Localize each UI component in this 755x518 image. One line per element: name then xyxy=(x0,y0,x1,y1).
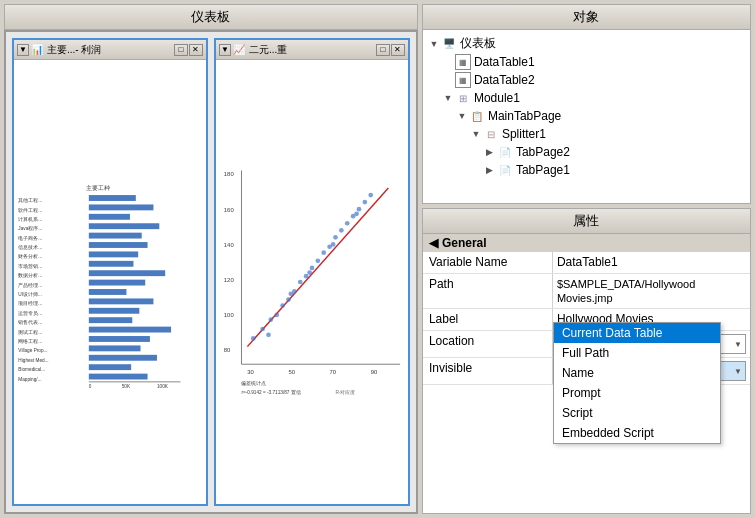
tree-label-datatable2: DataTable2 xyxy=(474,73,535,87)
svg-rect-27 xyxy=(89,251,138,257)
tabpage2-icon: 📄 xyxy=(497,144,513,160)
svg-rect-23 xyxy=(89,214,130,220)
svg-point-82 xyxy=(354,212,359,217)
chart-window-1[interactable]: ▼ 📊 主要...- 利润 □ ✕ 主要工种 其他工程... 软件工程... 计… xyxy=(12,38,208,506)
tree-arrow-maintabpage[interactable]: ▼ xyxy=(455,111,469,121)
tree-item-tabpage2[interactable]: ▶ 📄 TabPage2 xyxy=(427,143,746,161)
variable-name-input[interactable] xyxy=(557,255,746,269)
prop-value-path: $SAMPLE_DATA/Hollywood Movies.jmp xyxy=(553,274,750,308)
table1-icon: ▦ xyxy=(455,54,471,70)
dropdown-item-embedded-script[interactable]: Embedded Script xyxy=(554,423,720,443)
chart-menu-btn-1[interactable]: ▼ xyxy=(17,44,29,56)
svg-rect-33 xyxy=(89,308,140,314)
svg-text:160: 160 xyxy=(224,207,235,213)
svg-rect-39 xyxy=(89,364,131,370)
svg-point-73 xyxy=(345,221,350,226)
svg-text:UI设计师...: UI设计师... xyxy=(18,291,42,297)
table2-icon: ▦ xyxy=(455,72,471,88)
right-panel: 对象 ▼ 🖥️ 仪表板 ▦ DataTable1 ▦ DataTable2 xyxy=(422,4,751,514)
svg-text:80: 80 xyxy=(224,347,231,353)
chart-window-2[interactable]: ▼ 📈 二元...重 □ ✕ 180 160 140 120 100 80 xyxy=(214,38,410,506)
svg-text:主要工种: 主要工种 xyxy=(86,184,110,191)
objects-panel: 对象 ▼ 🖥️ 仪表板 ▦ DataTable1 ▦ DataTable2 xyxy=(422,4,751,204)
svg-point-61 xyxy=(274,313,279,318)
svg-text:偏差统计点: 偏差统计点 xyxy=(241,380,266,386)
tree-arrow-splitter1[interactable]: ▼ xyxy=(469,129,483,139)
svg-text:计算机系...: 计算机系... xyxy=(18,216,42,222)
svg-rect-29 xyxy=(89,270,165,276)
dropdown-item-current-data-table[interactable]: Current Data Table xyxy=(554,323,720,343)
svg-text:180: 180 xyxy=(224,171,235,177)
properties-panel: 属性 ◀ General Variable Name Path $SAMPLE_… xyxy=(422,208,751,514)
svg-point-59 xyxy=(260,327,265,332)
svg-point-62 xyxy=(280,303,285,308)
svg-point-77 xyxy=(368,193,373,198)
chart-content-2: 180 160 140 120 100 80 30 50 70 90 xyxy=(216,60,408,504)
dropdown-item-script[interactable]: Script xyxy=(554,403,720,423)
svg-point-75 xyxy=(357,207,362,212)
svg-point-67 xyxy=(310,266,315,271)
dropdown-item-prompt[interactable]: Prompt xyxy=(554,383,720,403)
general-collapse-icon[interactable]: ◀ xyxy=(429,236,438,250)
module1-icon: ⊞ xyxy=(455,90,471,106)
tree-label-maintabpage: MainTabPage xyxy=(488,109,561,123)
tree-arrow-dashboard[interactable]: ▼ xyxy=(427,39,441,49)
prop-label-invisible: Invisible xyxy=(423,358,553,384)
tree-item-dashboard[interactable]: ▼ 🖥️ 仪表板 xyxy=(427,34,746,53)
svg-text:其他工程...: 其他工程... xyxy=(18,197,42,203)
chart-controls-2: □ ✕ xyxy=(376,44,405,56)
tree-label-splitter1: Splitter1 xyxy=(502,127,546,141)
tree-arrow-tabpage2[interactable]: ▶ xyxy=(483,147,497,157)
svg-rect-31 xyxy=(89,289,127,295)
tree-label-tabpage2: TabPage2 xyxy=(516,145,570,159)
tree-arrow-module1[interactable]: ▼ xyxy=(441,93,455,103)
dropdown-item-name[interactable]: Name xyxy=(554,363,720,383)
chart-content-1: 主要工种 其他工程... 软件工程... 计算机系... Java程序... 电… xyxy=(14,60,206,504)
chart-menu-btn-2[interactable]: ▼ xyxy=(219,44,231,56)
chart-minimize-1[interactable]: □ xyxy=(174,44,188,56)
left-panel: 仪表板 ▼ 📊 主要...- 利润 □ ✕ 主要工种 其他工程... xyxy=(4,4,418,514)
svg-rect-32 xyxy=(89,298,154,304)
chart-close-1[interactable]: ✕ xyxy=(189,44,203,56)
tree-item-datatable2[interactable]: ▦ DataTable2 xyxy=(427,71,746,89)
tree-label-module1: Module1 xyxy=(474,91,520,105)
tree-item-tabpage1[interactable]: ▶ 📄 TabPage1 xyxy=(427,161,746,179)
prop-label-variable-name: Variable Name xyxy=(423,252,553,273)
dropdown-item-full-path[interactable]: Full Path xyxy=(554,343,720,363)
tree-item-splitter1[interactable]: ▼ ⊟ Splitter1 xyxy=(427,125,746,143)
svg-rect-28 xyxy=(89,261,134,267)
svg-text:项目经理...: 项目经理... xyxy=(18,300,42,306)
chart-title-2: 二元...重 xyxy=(249,43,374,57)
tabpage1-icon: 📄 xyxy=(497,162,513,178)
svg-point-68 xyxy=(315,259,320,264)
tree-item-maintabpage[interactable]: ▼ 📋 MainTabPage xyxy=(427,107,746,125)
prop-row-path: Path $SAMPLE_DATA/Hollywood Movies.jmp xyxy=(423,274,750,309)
svg-text:数据分析...: 数据分析... xyxy=(18,272,42,278)
svg-rect-40 xyxy=(89,374,148,380)
chart-close-2[interactable]: ✕ xyxy=(391,44,405,56)
svg-text:Biomedical...: Biomedical... xyxy=(18,367,45,372)
svg-text:r=-0.9142 = -3.7113/87 置信: r=-0.9142 = -3.7113/87 置信 xyxy=(241,389,300,395)
svg-point-76 xyxy=(362,200,367,205)
objects-tree[interactable]: ▼ 🖥️ 仪表板 ▦ DataTable1 ▦ DataTable2 ▼ ⊞ xyxy=(423,30,750,203)
svg-text:140: 140 xyxy=(224,242,235,248)
tree-item-module1[interactable]: ▼ ⊞ Module1 xyxy=(427,89,746,107)
svg-point-65 xyxy=(298,280,303,285)
svg-text:0: 0 xyxy=(89,384,92,389)
svg-text:财务分析...: 财务分析... xyxy=(18,254,42,260)
svg-point-69 xyxy=(321,250,326,255)
svg-point-60 xyxy=(268,317,273,322)
prop-label-path: Path xyxy=(423,274,553,308)
svg-text:90: 90 xyxy=(371,369,378,375)
maintab-icon: 📋 xyxy=(469,108,485,124)
tree-arrow-tabpage1[interactable]: ▶ xyxy=(483,165,497,175)
svg-text:电子商务...: 电子商务... xyxy=(18,235,42,241)
svg-text:软件工程...: 软件工程... xyxy=(18,207,42,213)
svg-text:120: 120 xyxy=(224,277,235,283)
scatter-svg: 180 160 140 120 100 80 30 50 70 90 xyxy=(218,62,406,502)
svg-text:Highest Med...: Highest Med... xyxy=(18,358,48,363)
svg-text:100K: 100K xyxy=(157,384,169,389)
tree-item-datatable1[interactable]: ▦ DataTable1 xyxy=(427,53,746,71)
chart-minimize-2[interactable]: □ xyxy=(376,44,390,56)
prop-value-variable-name xyxy=(553,252,750,273)
